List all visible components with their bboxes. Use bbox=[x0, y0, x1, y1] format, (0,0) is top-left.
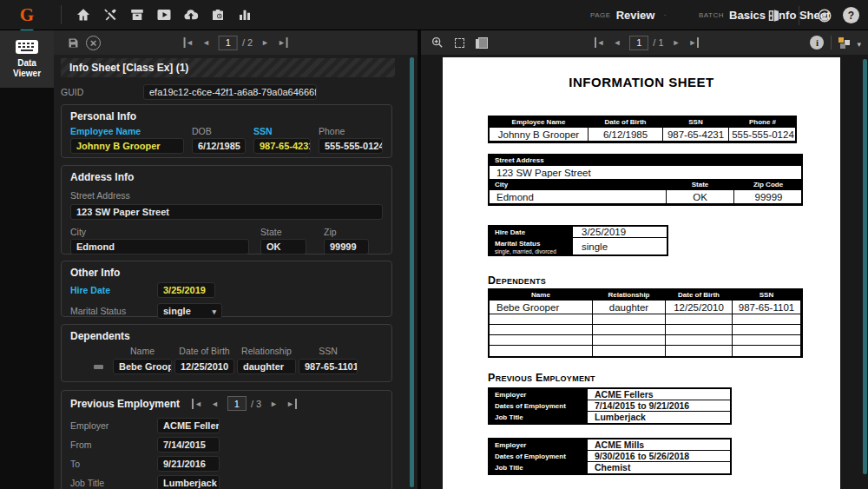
city-field[interactable]: Edmond bbox=[70, 239, 249, 254]
chevron-down-icon bbox=[212, 304, 216, 319]
batch-label: BATCH bbox=[699, 11, 724, 19]
personal-info-section: Personal Info Employee Name Johnny B Gro… bbox=[61, 104, 392, 158]
guid-field[interactable]: efa19c12-c6ce-42f1-a6a8-79a0a64666fc bbox=[143, 84, 317, 100]
dependent-dob-field[interactable]: 12/25/2010 bbox=[174, 359, 234, 374]
back-arrow-icon[interactable] bbox=[736, 6, 755, 25]
viewer-scrollbar[interactable] bbox=[863, 59, 867, 474]
city-label: City bbox=[70, 227, 249, 237]
top-bar: G PAGE Review · BATCH Basics - Info Shee… bbox=[0, 0, 868, 30]
dependent-ssn-field[interactable]: 987-65-1101 bbox=[299, 359, 358, 374]
dob-field[interactable]: 6/12/1985 bbox=[192, 138, 246, 154]
next-record-button[interactable] bbox=[270, 399, 278, 409]
doc-row-label: Dates of Employment bbox=[490, 400, 588, 412]
doc-cell: Bebe Grooper bbox=[490, 301, 593, 314]
doc-col-header: Date of Birth bbox=[589, 117, 663, 128]
to-field[interactable]: 9/21/2016 bbox=[157, 456, 220, 472]
last-page-button[interactable] bbox=[278, 37, 288, 48]
help-icon[interactable] bbox=[843, 7, 859, 23]
section-title: Address Info bbox=[70, 171, 383, 183]
breadcrumb-page: PAGE Review · bbox=[590, 0, 670, 30]
doc-personal-table: Employee Name Date of Birth SSN Phone # … bbox=[488, 116, 797, 143]
ssn-label: SSN bbox=[253, 126, 311, 136]
doc-address-table: Street Address 123 SW Paper Street City … bbox=[488, 154, 803, 206]
address-info-section: Address Info Street Address 123 SW Paper… bbox=[61, 165, 392, 254]
record-number-input[interactable]: 1 bbox=[227, 396, 247, 411]
page-number-input[interactable]: 1 bbox=[219, 36, 238, 50]
hire-date-field[interactable]: 3/25/2019 bbox=[157, 282, 215, 298]
phone-field[interactable]: 555-555-0124 bbox=[319, 138, 383, 154]
dependent-name-field[interactable]: Bebe Grooper bbox=[113, 359, 172, 374]
left-sidebar: Data Viewer bbox=[0, 30, 54, 489]
chevron-down-icon[interactable] bbox=[857, 35, 861, 50]
next-page-button[interactable] bbox=[261, 37, 269, 48]
doc-cell: 6/12/1985 bbox=[589, 128, 663, 142]
doc-col-header: Street Address bbox=[490, 155, 801, 166]
doc-row-label: Marital Statussingle, married, divorced bbox=[490, 238, 573, 254]
home-icon[interactable] bbox=[74, 5, 93, 24]
briefcase-clock-icon[interactable] bbox=[208, 5, 227, 24]
cloud-upload-icon[interactable] bbox=[181, 5, 201, 24]
first-page-button[interactable] bbox=[183, 37, 194, 48]
row-selector-icon[interactable] bbox=[94, 365, 103, 369]
first-record-button[interactable] bbox=[192, 399, 202, 409]
account-icon[interactable] bbox=[815, 6, 834, 25]
doc-cell: Edmond bbox=[490, 190, 667, 204]
region-select-icon[interactable] bbox=[451, 35, 467, 50]
from-label: From bbox=[70, 439, 157, 450]
sidebar-item-data-viewer[interactable]: Data Viewer bbox=[0, 30, 54, 88]
employer-label: Employer bbox=[70, 420, 157, 431]
doc-employment-heading: Previous Employment bbox=[488, 372, 840, 384]
previous-record-button[interactable] bbox=[211, 399, 219, 409]
section-title: Other Info bbox=[70, 267, 383, 279]
display-options-icon[interactable] bbox=[838, 37, 850, 49]
dependent-relationship-field[interactable]: daughter bbox=[237, 359, 296, 374]
cancel-icon[interactable] bbox=[86, 36, 101, 50]
doc-cell: 987-65-1101 bbox=[733, 301, 801, 314]
previous-page-button[interactable] bbox=[202, 37, 210, 48]
zoom-icon[interactable] bbox=[430, 35, 445, 50]
document-area: INFORMATION SHEET Employee Name Date of … bbox=[421, 55, 868, 489]
grooper-logo[interactable]: G bbox=[0, 6, 54, 23]
pages-icon[interactable] bbox=[473, 35, 489, 50]
street-address-field[interactable]: 123 SW Paper Street bbox=[70, 204, 383, 220]
first-page-button[interactable] bbox=[595, 37, 605, 48]
last-record-button[interactable] bbox=[286, 399, 297, 409]
form-scrollbar[interactable] bbox=[410, 57, 414, 487]
employer-field[interactable]: ACME Fellers bbox=[157, 418, 220, 433]
next-page-button[interactable] bbox=[673, 37, 681, 48]
archive-box-icon[interactable] bbox=[128, 5, 147, 24]
employee-name-field[interactable]: Johnny B Grooper bbox=[70, 138, 184, 154]
document-page[interactable]: INFORMATION SHEET Employee Name Date of … bbox=[443, 57, 840, 489]
section-title: Personal Info bbox=[70, 110, 383, 122]
tools-icon[interactable] bbox=[101, 5, 120, 24]
hire-date-label: Hire Date bbox=[70, 285, 157, 295]
doc-cell: 9/30/2016 to 5/26/2018 bbox=[588, 451, 732, 462]
media-batch-icon[interactable] bbox=[155, 5, 174, 24]
exit-door-icon[interactable] bbox=[764, 6, 783, 25]
doc-employment-table-2: Employer ACME Mills Dates of Employment … bbox=[488, 438, 732, 475]
ssn-field[interactable]: 987-65-4231 bbox=[253, 138, 311, 154]
marital-status-select[interactable]: single bbox=[157, 303, 222, 319]
page-number-input[interactable]: 1 bbox=[629, 36, 648, 50]
dependents-name-header: Name bbox=[113, 346, 172, 356]
doc-row-label: Employer bbox=[490, 439, 588, 451]
doc-cell: OK bbox=[667, 190, 734, 204]
data-viewer-icon bbox=[15, 39, 39, 55]
doc-cell: 123 SW Paper Street bbox=[490, 166, 801, 180]
bar-chart-icon[interactable] bbox=[235, 5, 254, 24]
info-icon[interactable] bbox=[810, 36, 824, 50]
zip-field[interactable]: 99999 bbox=[324, 239, 369, 254]
previous-page-button[interactable] bbox=[613, 37, 621, 48]
toolbar-divider bbox=[61, 5, 62, 24]
job-title-field[interactable]: Lumberjack bbox=[157, 475, 220, 489]
document-type-header[interactable]: Info Sheet [Class Ex] (1) bbox=[61, 58, 395, 77]
state-field[interactable]: OK bbox=[260, 239, 306, 254]
last-page-button[interactable] bbox=[688, 37, 699, 48]
page-label: PAGE bbox=[590, 11, 611, 19]
save-icon[interactable] bbox=[66, 36, 81, 50]
marital-status-label: Marital Status bbox=[70, 306, 157, 316]
from-field[interactable]: 7/14/2015 bbox=[157, 437, 220, 453]
doc-col-header: Zip Code bbox=[734, 180, 803, 190]
doc-cell: Johnny B Grooper bbox=[490, 128, 589, 142]
doc-cell: 99999 bbox=[734, 190, 803, 204]
